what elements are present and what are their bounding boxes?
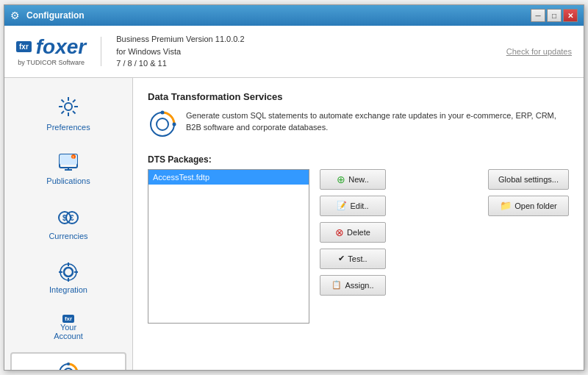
svg-point-30 — [157, 118, 168, 130]
title-bar: ⚙ Configuration ─ □ ✕ — [4, 5, 584, 26]
svg-line-7 — [73, 99, 76, 102]
version-line2: for Windows Vista — [116, 46, 244, 58]
delete-icon: ⊗ — [335, 226, 344, 238]
minimize-button[interactable]: ─ — [531, 9, 545, 22]
dts-icon — [57, 361, 80, 371]
svg-line-5 — [62, 99, 65, 102]
dts-packages-label: DTS Packages: — [148, 154, 569, 165]
version-info: Business Premium Version 11.0.0.2 for Wi… — [116, 33, 244, 70]
svg-text:€: € — [70, 214, 74, 222]
svg-point-20 — [60, 264, 76, 280]
window-title: Configuration — [26, 10, 531, 21]
open-folder-button[interactable]: 📁 Open folder — [488, 196, 569, 216]
version-line3: 7 / 8 / 10 & 11 — [116, 57, 244, 70]
dts-main: AccessTest.fdtp ⊕ New.. 📝 Edit.. ⊗ Delet… — [148, 169, 569, 324]
maximize-button[interactable]: □ — [547, 9, 562, 22]
sidebar-item-preferences[interactable]: Preferences — [10, 87, 126, 140]
sidebar-item-account[interactable]: fxr YourAccount — [10, 306, 126, 349]
package-list[interactable]: AccessTest.fdtp — [148, 169, 309, 324]
svg-point-19 — [64, 268, 73, 276]
assign-button[interactable]: 📋 Assign.. — [320, 275, 386, 296]
svg-point-32 — [173, 122, 176, 126]
assign-icon: 📋 — [331, 280, 342, 290]
version-line1: Business Premium Version 11.0.0.2 — [116, 33, 244, 46]
check-updates-link[interactable]: Check for updates — [506, 47, 572, 56]
sidebar-item-label-currencies: Currencies — [49, 232, 87, 240]
svg-point-0 — [65, 103, 72, 110]
sidebar-item-currencies[interactable]: $ € Currencies — [10, 197, 126, 249]
sidebar-item-label-preferences: Preferences — [46, 123, 90, 132]
main-window: ⚙ Configuration ─ □ ✕ fxr foxer by TUDIC… — [4, 4, 584, 371]
header: fxr foxer by TUDICOR Software Business P… — [4, 26, 584, 78]
global-settings-button[interactable]: Global settings... — [488, 169, 569, 190]
sidebar-item-integration[interactable]: Integration — [10, 252, 126, 303]
svg-point-31 — [161, 110, 165, 114]
edit-button[interactable]: 📝 Edit.. — [320, 196, 386, 216]
sidebar-item-dts[interactable]: DTS — [10, 352, 126, 371]
package-list-item[interactable]: AccessTest.fdtp — [148, 170, 309, 185]
section-description-text: Generate custom SQL statements to automa… — [186, 110, 569, 134]
svg-line-6 — [73, 111, 76, 114]
logo-byline: by TUDICOR Software — [18, 59, 85, 66]
content-area: Data Transformation Services Generate cu… — [133, 78, 584, 371]
publications-icon: ! — [57, 152, 79, 176]
dts-section-icon — [148, 110, 177, 141]
logo-area: fxr foxer by TUDICOR Software Business P… — [16, 33, 245, 70]
logo-prefix: fxr — [16, 41, 32, 52]
sidebar-item-label-integration: Integration — [49, 285, 87, 294]
edit-icon: 📝 — [337, 201, 347, 210]
svg-point-27 — [67, 362, 70, 365]
test-icon: ✔ — [338, 254, 345, 263]
svg-line-8 — [62, 111, 65, 114]
window-icon: ⚙ — [10, 10, 22, 21]
sidebar-item-publications[interactable]: ! Publications — [10, 143, 126, 194]
new-button[interactable]: ⊕ New.. — [320, 169, 386, 190]
folder-icon: 📁 — [500, 200, 512, 211]
action-buttons: ⊕ New.. 📝 Edit.. ⊗ Delete ✔ Test.. — [320, 169, 386, 324]
sidebar-item-label-account: YourAccount — [54, 323, 83, 340]
sidebar: Preferences ! Publications — [4, 78, 133, 371]
integration-icon — [57, 261, 79, 285]
close-button[interactable]: ✕ — [563, 9, 578, 22]
logo-text: foxer — [36, 37, 86, 57]
test-button[interactable]: ✔ Test.. — [320, 249, 386, 269]
sidebar-item-label-publications: Publications — [46, 176, 90, 185]
preferences-icon — [57, 96, 79, 123]
new-icon: ⊕ — [337, 174, 345, 185]
delete-button[interactable]: ⊗ Delete — [320, 222, 386, 243]
svg-point-26 — [64, 368, 73, 371]
account-icon: fxr — [62, 315, 74, 323]
section-title: Data Transformation Services — [148, 91, 569, 102]
title-bar-controls: ─ □ ✕ — [531, 9, 578, 22]
section-description: Generate custom SQL statements to automa… — [148, 110, 569, 141]
main-area: Preferences ! Publications — [4, 78, 584, 371]
currencies-icon: $ € — [57, 206, 80, 232]
